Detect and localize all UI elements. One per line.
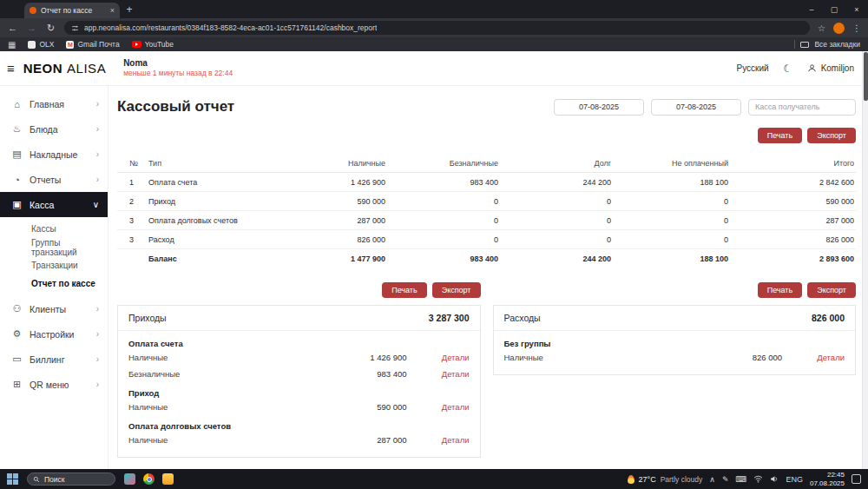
panel-total: 826 000 <box>812 313 845 323</box>
cashbox-select[interactable]: Касса получатель <box>748 99 856 116</box>
window-maximize-button[interactable]: ▢ <box>823 0 845 18</box>
chrome-app-icon[interactable] <box>143 473 155 485</box>
files-app-icon[interactable] <box>162 473 174 485</box>
column-header: Долг <box>500 159 613 168</box>
tab-favicon-icon <box>30 7 36 14</box>
table-cell: Приход <box>147 197 292 206</box>
apps-grid-icon[interactable]: ▦ <box>8 40 16 50</box>
table-cell: 2 842 600 <box>730 178 856 187</box>
sidebar-item-reports[interactable]: ◔ Отчеты › <box>0 167 108 192</box>
details-link[interactable]: Детали <box>782 353 845 362</box>
taskbar-search[interactable]: Поиск <box>27 472 115 486</box>
chevron-right-icon: › <box>96 380 99 389</box>
sidebar-item-cashbox[interactable]: ▣ Касса ∨ <box>0 192 108 217</box>
expenses-panel: Расходы 826 000 Без группыНаличные826 00… <box>493 305 857 375</box>
sidebar-item-home[interactable]: ⌂ Главная › <box>0 91 108 116</box>
balance-row: Баланс1 477 900983 400244 200188 1002 89… <box>117 249 856 268</box>
panel-group-name: Оплата счета <box>128 339 470 348</box>
submenu-item-cashbox-report[interactable]: Отчет по кассе <box>0 274 108 293</box>
theme-toggle-button[interactable]: ☾ <box>780 61 796 76</box>
submenu-item-cashboxes[interactable]: Кассы <box>0 220 108 238</box>
refresh-button[interactable]: ↻ <box>45 23 56 34</box>
page-scrollbar[interactable] <box>862 51 868 469</box>
export-button[interactable]: Экспорт <box>807 282 856 298</box>
date-to-input[interactable] <box>651 99 741 116</box>
submenu-item-transactions[interactable]: Транзакции <box>0 256 108 274</box>
window-minimize-button[interactable]: – <box>800 0 823 18</box>
address-bar[interactable]: app.neonalisa.com/restaurants/0384f183-8… <box>64 21 810 35</box>
tab-close-icon[interactable]: × <box>110 6 115 15</box>
browser-tab[interactable]: Отчет по кассе × <box>24 3 120 18</box>
weather-widget[interactable]: 27°C Partly cloudy <box>628 475 703 484</box>
report-table-body: 1Оплата счета1 426 900983 400244 200188 … <box>117 173 856 268</box>
details-link[interactable]: Детали <box>407 369 470 379</box>
scrollbar-thumb[interactable] <box>864 52 868 101</box>
speaker-icon[interactable] <box>770 475 779 483</box>
notification-center-icon[interactable] <box>852 474 861 484</box>
panel-row-value: 590 000 <box>312 402 407 412</box>
sidebar-item-label: Клиенты <box>30 304 96 314</box>
forward-button[interactable]: → <box>26 23 37 33</box>
back-button[interactable]: ← <box>7 23 18 33</box>
pen-icon[interactable]: ✎ <box>722 475 729 484</box>
table-cell: 0 <box>387 216 500 225</box>
print-button[interactable]: Печать <box>758 128 802 143</box>
panel-row-value: 287 000 <box>312 435 407 445</box>
table-cell: 0 <box>500 216 613 225</box>
start-button[interactable] <box>7 473 18 485</box>
user-menu[interactable]: Komiljon <box>807 63 854 73</box>
tray-chevron-up-icon[interactable]: ∧ <box>709 475 715 484</box>
olx-favicon <box>28 41 36 49</box>
panel-row: Наличные826 000Детали <box>504 349 845 366</box>
new-tab-button[interactable]: + <box>120 0 139 18</box>
hamburger-menu-icon[interactable]: ≡ <box>7 61 15 76</box>
sidebar-item-qr-menu[interactable]: ⊞ QR меню › <box>0 372 108 397</box>
details-link[interactable]: Детали <box>407 353 470 362</box>
site-info-icon[interactable] <box>71 24 79 32</box>
sidebar-item-billing[interactable]: ▭ Биллинг › <box>0 347 108 372</box>
table-cell: 826 000 <box>730 235 856 244</box>
table-cell: 244 200 <box>500 178 613 187</box>
export-button[interactable]: Экспорт <box>432 282 481 298</box>
print-button[interactable]: Печать <box>382 282 426 298</box>
sidebar-item-invoices[interactable]: ▤ Накладные › <box>0 142 108 167</box>
panel-group-name: Приход <box>128 388 470 398</box>
taskbar-apps <box>124 473 174 485</box>
bookmark-youtube[interactable]: YouTube <box>132 40 174 49</box>
panel-group-name: Оплата долговых счетов <box>128 421 470 431</box>
keyboard-icon[interactable]: ⌨ <box>735 475 746 484</box>
panel-row-label: Наличные <box>128 353 312 362</box>
sidebar-item-clients[interactable]: ⚇ Клиенты › <box>0 296 108 321</box>
incomes-panel-body: Оплата счетаНаличные1 426 900ДеталиБезна… <box>118 331 480 457</box>
taskbar-time: 22:45 <box>810 471 845 479</box>
url-text: app.neonalisa.com/restaurants/0384f183-8… <box>84 23 377 32</box>
sidebar-item-settings[interactable]: ⚙ Настройки › <box>0 321 108 347</box>
clock-widget[interactable]: 22:45 07.08.2025 <box>810 471 845 487</box>
print-button[interactable]: Печать <box>758 282 802 298</box>
details-link[interactable]: Детали <box>407 402 470 412</box>
browser-menu-icon[interactable]: ⋮ <box>852 23 861 33</box>
table-row: 3Оплата долговых счетов287 000000287 000 <box>117 211 856 230</box>
sidebar-item-dishes[interactable]: ♨ Блюда › <box>0 116 108 142</box>
input-language-indicator[interactable]: ENG <box>786 475 803 484</box>
language-button[interactable]: Русский <box>737 63 769 73</box>
bookmark-gmail[interactable]: M Gmail Почта <box>66 40 119 49</box>
panel-title: Расходы <box>504 313 541 323</box>
search-icon <box>33 476 40 483</box>
bookmark-olx[interactable]: OLX <box>28 40 54 49</box>
export-button[interactable]: Экспорт <box>807 128 856 143</box>
date-from-input[interactable] <box>554 99 644 116</box>
browser-profile-avatar[interactable] <box>833 23 845 34</box>
bookmark-star-icon[interactable]: ☆ <box>818 23 825 33</box>
details-link[interactable]: Детали <box>407 435 470 445</box>
photos-app-icon[interactable] <box>124 473 135 485</box>
table-cell: 2 893 600 <box>730 254 856 263</box>
logo-secondary: ALISA <box>67 61 106 76</box>
reports-icon: ◔ <box>11 175 23 185</box>
submenu-item-transaction-groups[interactable]: Группы транзакций <box>0 238 108 256</box>
sidebar-item-label: Отчеты <box>30 175 96 185</box>
all-bookmarks-button[interactable]: Все закладки <box>794 40 860 49</box>
wifi-icon[interactable] <box>753 475 763 483</box>
filters: Касса получатель <box>554 99 856 116</box>
window-close-button[interactable]: × <box>845 0 868 18</box>
